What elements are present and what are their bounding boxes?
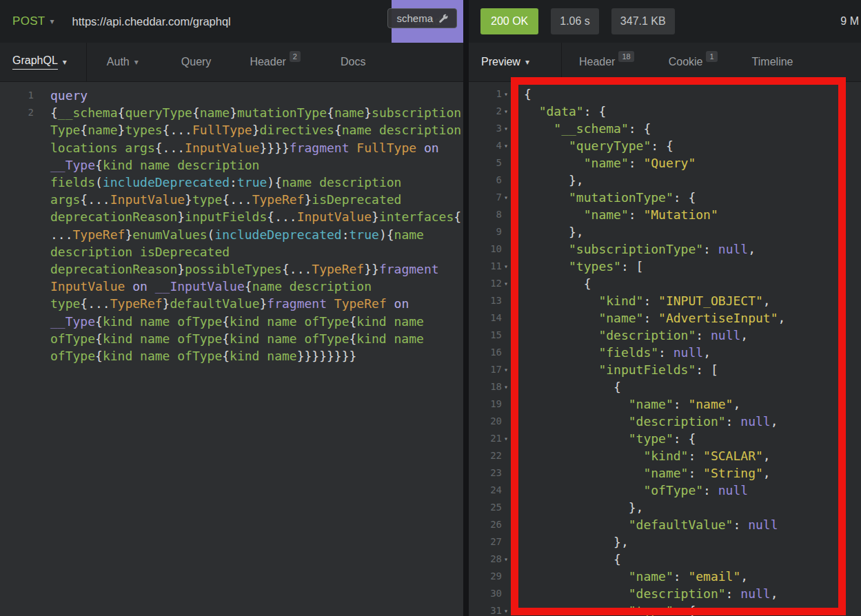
fold-caret-icon[interactable]: ▾ [502,602,511,616]
fold-caret-icon[interactable]: ▾ [502,361,511,378]
tab-cookie[interactable]: Cookie 1 [669,56,718,68]
line-number [0,208,34,225]
fold-caret-icon [502,516,511,533]
code-line: 11▾ "types": [ [469,258,861,275]
code-line: 6 }, [469,172,861,189]
code-line: 3▾ "__schema": { [469,120,861,137]
code-line: 23 "name": "String", [469,464,861,482]
code-line: 9 }, [469,223,861,240]
code-line: 27 }, [469,533,861,551]
line-number: 23 [469,464,502,482]
code-text: "types": [ [511,258,643,275]
fold-caret-icon[interactable]: ▾ [502,85,511,103]
code-line: 21▾ "type": { [469,430,861,447]
fold-caret-icon[interactable]: ▾ [502,378,511,396]
code-text: query [34,87,88,104]
tab-query[interactable]: Query [181,56,212,68]
response-tabbar: Preview ▾ Header 18 Cookie 1 Timeline [469,43,861,82]
tab-preview[interactable]: Preview ▾ [481,56,529,68]
fold-caret-icon[interactable]: ▾ [502,430,511,447]
method-dropdown[interactable]: POST [12,14,45,28]
code-text: "__schema": { [511,120,651,137]
response-editor[interactable]: 1▾{2▾ "data": {3▾ "__schema": {4▾ "query… [469,82,861,616]
line-number: 9 [469,223,502,240]
code-line: 2▾ "data": { [469,103,861,120]
response-age-text: 9 M [840,0,859,43]
schema-button[interactable]: schema [387,8,457,28]
code-text: "name": "name", [511,396,740,413]
code-line: __Type{kind name description [0,156,463,174]
line-number [0,313,34,330]
line-number: 16 [469,344,502,361]
tab-header-response[interactable]: Header 18 [579,56,634,68]
tab-header-label: Header [250,56,285,68]
line-number [0,191,34,208]
request-editor[interactable]: 1query2{__schema{queryType{name}mutation… [0,82,463,616]
chevron-down-icon[interactable]: ▾ [50,17,54,26]
divider [561,43,562,81]
line-number: 26 [469,516,502,533]
line-number [0,278,34,295]
code-line: 28▾ { [469,551,861,568]
fold-caret-icon[interactable]: ▾ [502,258,511,275]
cookie-count-badge: 1 [706,51,717,62]
code-text: "data": { [511,103,606,120]
fold-caret-icon[interactable]: ▾ [502,275,511,292]
code-line: 22 "kind": "SCALAR", [469,447,861,464]
tab-timeline[interactable]: Timeline [752,56,793,68]
fold-caret-icon [502,309,511,327]
tab-docs[interactable]: Docs [341,56,365,68]
code-text: {__schema{queryType{name}mutationType{na… [34,104,461,121]
line-number [0,139,34,156]
code-text: ofType{kind name ofType{kind name ofType… [34,330,424,347]
line-number: 29 [469,568,502,585]
line-number: 27 [469,533,502,551]
fold-caret-icon [502,344,511,361]
code-text: "description": null, [511,413,778,430]
code-line: deprecationReason}possibleTypes{...TypeR… [0,260,463,278]
code-line: 30 "description": null, [469,585,861,602]
code-line: 1query [0,87,463,104]
tab-graphql[interactable]: GraphQL ▾ [12,54,67,70]
request-tabbar: GraphQL ▾ Auth ▾ Query Header 2 Docs [0,43,463,82]
code-text: "type": { [511,602,696,616]
fold-caret-icon[interactable]: ▾ [502,189,511,206]
line-number: 24 [469,482,502,499]
fold-caret-icon[interactable]: ▾ [502,103,511,120]
fold-caret-icon [502,292,511,309]
fold-caret-icon [502,240,511,258]
fold-caret-icon [502,154,511,172]
code-line: 12▾ { [469,275,861,292]
line-number: 14 [469,309,502,327]
code-line: 4▾ "queryType": { [469,137,861,154]
fold-caret-icon[interactable]: ▾ [502,120,511,137]
line-number: 2 [469,103,502,120]
line-number: 5 [469,154,502,172]
line-number [0,330,34,347]
request-pane: POST ▾ https://api.cheddar.com/graphql S… [0,0,463,616]
line-number: 31 [469,602,502,616]
code-text: }, [511,499,643,516]
code-text: "name": "Mutation" [511,206,718,223]
line-number [0,121,34,138]
line-number: 28 [469,551,502,568]
code-text: deprecationReason}possibleTypes{...TypeR… [34,260,439,278]
chevron-down-icon: ▾ [525,57,529,67]
url-input[interactable]: https://api.cheddar.com/graphql [72,15,231,28]
code-line: 20 "description": null, [469,413,861,430]
code-line: 31▾ "type": { [469,602,861,616]
code-text: { [511,378,621,396]
tab-auth-label: Auth [107,56,130,68]
line-number [0,156,34,174]
line-number: 1 [469,85,502,103]
status-badge: 200 OK [480,8,538,34]
code-text: args{...InputValue}type{...TypeRef}isDep… [34,191,401,208]
code-line: 13 "kind": "INPUT_OBJECT", [469,292,861,309]
fold-caret-icon [502,447,511,464]
tab-header-request[interactable]: Header 2 [250,56,301,68]
fold-caret-icon[interactable]: ▾ [502,137,511,154]
fold-caret-icon [502,223,511,240]
line-number: 2 [0,104,34,121]
fold-caret-icon[interactable]: ▾ [502,551,511,568]
tab-auth[interactable]: Auth ▾ [107,56,139,68]
